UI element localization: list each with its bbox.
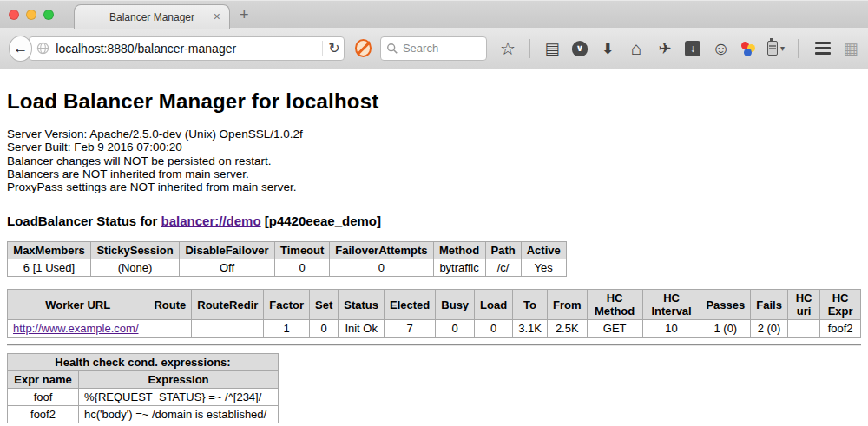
url-input[interactable] bbox=[56, 42, 317, 56]
table-row: http://www.example.com/ 1 0 Init Ok 7 0 … bbox=[8, 320, 861, 338]
toolbar-divider bbox=[798, 39, 799, 58]
table-cell: /c/ bbox=[485, 259, 521, 277]
column-header: Elected bbox=[385, 290, 436, 320]
feedback-smiley-icon[interactable]: ☺ bbox=[712, 40, 729, 57]
table-cell: foof2 bbox=[820, 320, 861, 338]
column-header: Factor bbox=[264, 290, 310, 320]
column-header: DisableFailover bbox=[180, 242, 275, 259]
table-cell: bytraffic bbox=[433, 259, 485, 277]
table-cell: 2 (0) bbox=[751, 320, 788, 338]
new-tab-button[interactable]: + bbox=[240, 6, 249, 24]
minimize-window-button[interactable] bbox=[26, 10, 36, 20]
table-cell bbox=[787, 320, 819, 338]
url-bar[interactable]: ↻ bbox=[29, 36, 344, 61]
table-cell bbox=[192, 320, 264, 338]
column-header: Busy bbox=[436, 290, 475, 320]
table-cell: Off bbox=[180, 259, 275, 277]
column-header: Expression bbox=[79, 371, 279, 389]
addon-inbox-icon[interactable]: ↓ bbox=[685, 41, 700, 56]
table-cell: %{REQUEST_STATUS} =~ /^[234]/ bbox=[79, 389, 279, 406]
column-header: Passes bbox=[700, 290, 751, 320]
table-header-row: Worker URL Route RouteRedir Factor Set S… bbox=[8, 290, 861, 320]
horizontal-rule bbox=[7, 344, 861, 346]
zoom-window-button[interactable] bbox=[43, 10, 54, 20]
table-cell: 0 bbox=[475, 320, 513, 338]
home-icon[interactable]: ⌂ bbox=[628, 40, 645, 57]
page-content: Load Balancer Manager for localhost Serv… bbox=[0, 69, 868, 425]
table-cell: 0 bbox=[310, 320, 339, 338]
balancer-demo-link[interactable]: balancer://demo bbox=[161, 213, 261, 228]
table-cell: 0 bbox=[436, 320, 475, 338]
tab-groups-icon[interactable]: ▦ bbox=[842, 40, 859, 57]
tab-balancer-manager[interactable]: Balancer Manager × bbox=[74, 4, 230, 29]
back-button[interactable]: ← bbox=[9, 36, 32, 62]
menu-icon[interactable] bbox=[815, 42, 831, 55]
bookmark-star-icon[interactable]: ☆ bbox=[499, 40, 516, 57]
table-caption-row: Health check cond. expressions: bbox=[8, 354, 279, 371]
globe-icon bbox=[36, 42, 49, 55]
table-cell: 3.1K bbox=[513, 320, 548, 338]
color-dots-extension-icon[interactable] bbox=[740, 40, 756, 57]
column-header: Method bbox=[433, 242, 485, 259]
content-blocked-icon[interactable] bbox=[355, 39, 372, 57]
health-table-caption: Health check cond. expressions: bbox=[8, 354, 279, 371]
search-input[interactable] bbox=[403, 42, 481, 55]
tab-close-icon[interactable]: × bbox=[214, 10, 220, 23]
column-header: RouteRedir bbox=[192, 290, 264, 320]
table-cell: Yes bbox=[521, 259, 566, 277]
column-header: From bbox=[548, 290, 588, 320]
table-cell: 1 (0) bbox=[700, 320, 751, 338]
table-cell: 10 bbox=[642, 320, 700, 338]
table-cell: (None) bbox=[91, 259, 180, 277]
tab-title: Balancer Manager bbox=[109, 11, 194, 23]
reload-button[interactable]: ↻ bbox=[328, 42, 339, 56]
clipboard-icon[interactable]: ▤ bbox=[543, 40, 561, 57]
table-cell: 1 bbox=[264, 320, 310, 338]
persist-notice-line: Balancer changes will NOT be persisted o… bbox=[7, 154, 861, 167]
worker-url-link[interactable]: http://www.example.com/ bbox=[13, 322, 139, 335]
worker-status-table: Worker URL Route RouteRedir Factor Set S… bbox=[7, 289, 861, 338]
downloads-icon[interactable]: ⬇ bbox=[599, 40, 616, 57]
table-cell: 0 bbox=[330, 259, 433, 277]
column-header: HC Expr bbox=[820, 290, 861, 320]
status-heading-suffix: [p4420eeae_demo] bbox=[265, 213, 381, 228]
status-heading-prefix: LoadBalancer Status for bbox=[7, 213, 157, 228]
close-window-button[interactable] bbox=[9, 10, 19, 20]
column-header: HC uri bbox=[787, 290, 819, 320]
column-header: Active bbox=[521, 242, 566, 259]
toolbar-buttons: ☆ ▤ ∨ ⬇ ⌂ ✈ ↓ ☺ ▾ ▦ bbox=[499, 39, 859, 58]
table-row: foof2 hc('body') =~ /domain is establish… bbox=[8, 406, 279, 423]
search-icon bbox=[386, 43, 398, 55]
table-cell: 2.5K bbox=[548, 320, 588, 338]
table-cell: 6 [1 Used] bbox=[8, 259, 91, 277]
column-header: Set bbox=[310, 290, 339, 320]
column-header: Timeout bbox=[275, 242, 330, 259]
column-header: FailoverAttempts bbox=[330, 242, 433, 259]
send-icon[interactable]: ✈ bbox=[656, 40, 674, 57]
page-title: Load Balancer Manager for localhost bbox=[7, 69, 861, 114]
table-cell: foof bbox=[8, 389, 79, 406]
balancer-settings-table: MaxMembers StickySession DisableFailover… bbox=[7, 241, 567, 277]
urlbar-divider bbox=[322, 41, 323, 56]
table-cell: foof2 bbox=[8, 406, 79, 423]
battery-extension-button[interactable]: ▾ bbox=[767, 41, 785, 56]
battery-icon bbox=[767, 41, 778, 56]
table-cell: http://www.example.com/ bbox=[8, 320, 148, 338]
health-check-table: Health check cond. expressions: Expr nam… bbox=[7, 353, 279, 423]
table-cell: 0 bbox=[275, 259, 330, 277]
column-header: Expr name bbox=[8, 371, 79, 389]
column-header: Status bbox=[339, 290, 385, 320]
column-header: Path bbox=[485, 242, 521, 259]
pocket-icon[interactable]: ∨ bbox=[572, 41, 588, 56]
column-header: HC Interval bbox=[642, 290, 700, 320]
server-version-line: Server Version: Apache/2.5.0-dev (Unix) … bbox=[7, 128, 861, 141]
toolbar-divider bbox=[529, 39, 530, 58]
column-header: MaxMembers bbox=[8, 242, 91, 259]
table-row: 6 [1 Used] (None) Off 0 0 bytraffic /c/ … bbox=[8, 259, 567, 277]
proxypass-notice-line: ProxyPass settings are NOT inherited fro… bbox=[7, 180, 861, 193]
column-header: Fails bbox=[751, 290, 788, 320]
navigation-toolbar: ← ↻ ☆ ▤ ∨ ⬇ ⌂ ✈ ↓ ☺ bbox=[0, 28, 868, 69]
column-header: Route bbox=[148, 290, 192, 320]
search-bar[interactable] bbox=[380, 36, 487, 61]
loadbalancer-status-heading: LoadBalancer Status for balancer://demo … bbox=[7, 213, 861, 228]
